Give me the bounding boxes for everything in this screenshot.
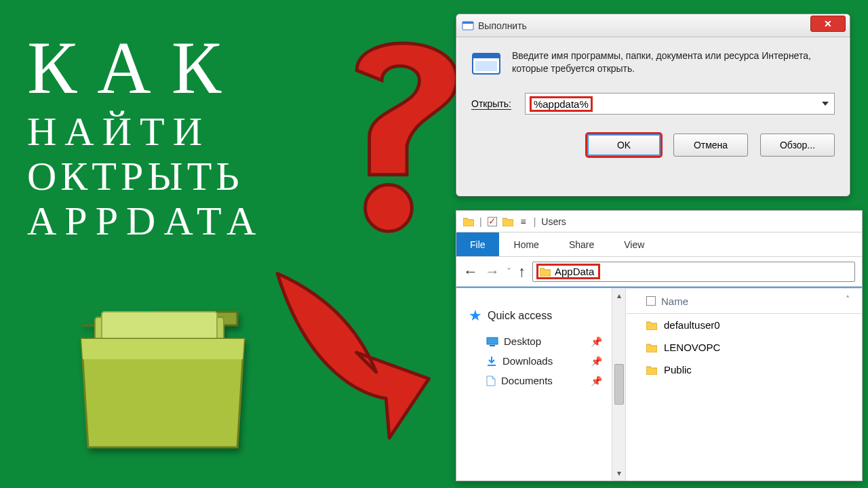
explorer-window: | ≡ | Users File Home Share View ← → ˅ ↑… bbox=[456, 210, 863, 481]
address-folder-icon bbox=[540, 267, 551, 277]
folder-icon bbox=[646, 365, 657, 375]
select-all-checkbox[interactable] bbox=[646, 296, 656, 306]
folder-icon bbox=[646, 343, 657, 352]
tab-view[interactable]: View bbox=[609, 232, 659, 256]
svg-rect-9 bbox=[490, 345, 495, 346]
sort-indicator-icon: ˄ bbox=[846, 295, 850, 304]
cancel-button[interactable]: Отмена bbox=[673, 134, 748, 157]
sidebar-item-downloads[interactable]: Downloads 📌 bbox=[469, 351, 605, 371]
run-instruction: Введите имя программы, папки, документа … bbox=[512, 49, 835, 79]
svg-rect-10 bbox=[488, 365, 496, 366]
close-button[interactable]: ✕ bbox=[810, 16, 846, 32]
run-open-combo[interactable]: %appdata% bbox=[525, 93, 835, 115]
quick-access-header[interactable]: ★ Quick access bbox=[469, 307, 605, 325]
tab-file[interactable]: File bbox=[456, 232, 499, 256]
downloads-icon bbox=[486, 356, 497, 367]
table-row[interactable]: Public bbox=[626, 359, 862, 381]
headline: КАК НАЙТИ ОКТРЫТЬ APPDATA bbox=[27, 27, 264, 243]
explorer-title: Users bbox=[541, 216, 566, 227]
star-icon: ★ bbox=[469, 307, 482, 325]
explorer-content: ▴ ▾ Name ˄ defaultuser0 LENOVOPC bbox=[612, 288, 862, 481]
explorer-navbar: ← → ˅ ↑ AppData bbox=[456, 257, 862, 287]
pin-icon: 📌 bbox=[591, 356, 602, 367]
dropdown-caret-icon bbox=[822, 102, 829, 106]
run-title-text: Выполнить bbox=[478, 20, 527, 31]
run-open-label: Открыть: bbox=[471, 98, 511, 110]
scroll-down-icon[interactable]: ▾ bbox=[617, 468, 621, 478]
desktop-icon bbox=[486, 337, 498, 346]
run-app-icon bbox=[471, 49, 501, 79]
scroll-up-icon[interactable]: ▴ bbox=[617, 291, 621, 300]
headline-word-2: НАЙТИ bbox=[27, 109, 264, 154]
table-row[interactable]: LENOVOPC bbox=[626, 336, 862, 359]
explorer-titlebar[interactable]: | ≡ | Users bbox=[456, 211, 862, 232]
nav-forward-icon[interactable]: → bbox=[485, 263, 500, 281]
run-titlebar[interactable]: Выполнить ✕ bbox=[456, 14, 850, 37]
scrollbar[interactable]: ▴ ▾ bbox=[612, 288, 626, 481]
run-open-value: %appdata% bbox=[531, 98, 591, 110]
folder-icon bbox=[502, 217, 513, 226]
ok-button[interactable]: OK bbox=[587, 134, 661, 157]
nav-up-icon[interactable]: ↑ bbox=[518, 263, 526, 281]
tab-share[interactable]: Share bbox=[554, 232, 609, 256]
nav-history-icon[interactable]: ˅ bbox=[507, 266, 511, 277]
sidebar-item-desktop[interactable]: Desktop 📌 bbox=[469, 331, 605, 351]
svg-rect-7 bbox=[475, 61, 497, 71]
svg-rect-4 bbox=[462, 22, 473, 24]
address-text: AppData bbox=[555, 266, 594, 277]
headline-word-4: APPDATA bbox=[27, 199, 264, 243]
svg-rect-6 bbox=[473, 54, 500, 58]
pin-icon: 📌 bbox=[591, 375, 602, 386]
svg-point-0 bbox=[365, 184, 412, 231]
address-bar[interactable]: AppData bbox=[532, 262, 855, 282]
scroll-thumb[interactable] bbox=[614, 364, 624, 405]
folder-illustration bbox=[68, 285, 258, 461]
run-title-icon bbox=[462, 20, 474, 32]
column-header[interactable]: Name ˄ bbox=[626, 288, 862, 314]
svg-rect-8 bbox=[487, 338, 498, 344]
explorer-ribbon: File Home Share View bbox=[456, 232, 862, 257]
headline-word-1: КАК bbox=[27, 27, 264, 109]
arrow-icon bbox=[258, 258, 481, 447]
quickaccess-checkbox-icon[interactable] bbox=[488, 217, 497, 226]
documents-icon bbox=[486, 375, 496, 386]
tab-home[interactable]: Home bbox=[499, 232, 554, 256]
customize-toolbar-icon[interactable]: ≡ bbox=[519, 216, 528, 227]
nav-back-icon[interactable]: ← bbox=[463, 263, 478, 281]
pin-icon: 📌 bbox=[591, 336, 602, 347]
browse-button[interactable]: Обзор... bbox=[760, 134, 835, 157]
explorer-nav-pane: ★ Quick access Desktop 📌 Downloads 📌 bbox=[456, 288, 612, 481]
column-name: Name bbox=[661, 296, 688, 307]
sidebar-item-documents[interactable]: Documents 📌 bbox=[469, 371, 605, 390]
headline-word-3: ОКТРЫТЬ bbox=[27, 154, 264, 199]
run-dialog: Выполнить ✕ Введите имя программы, папки… bbox=[456, 14, 850, 197]
window-folder-icon bbox=[463, 217, 474, 226]
table-row[interactable]: defaultuser0 bbox=[626, 314, 862, 336]
address-highlight: AppData bbox=[538, 266, 598, 277]
folder-icon bbox=[646, 321, 657, 330]
